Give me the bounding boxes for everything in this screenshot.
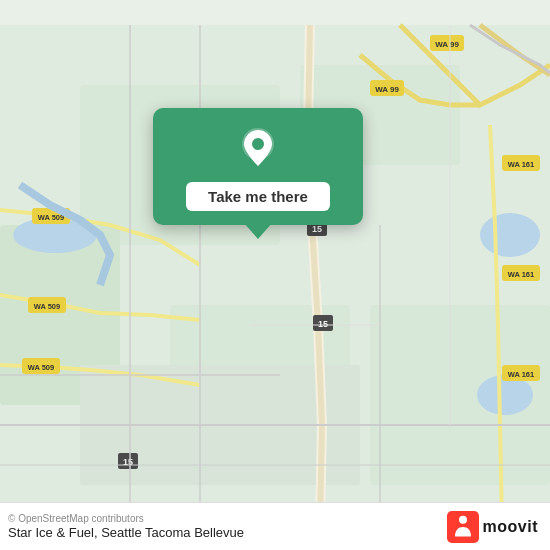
bottom-bar-info: © OpenStreetMap contributors Star Ice & … bbox=[8, 513, 244, 540]
svg-text:WA 161: WA 161 bbox=[508, 270, 534, 279]
moovit-logo[interactable]: moovit bbox=[447, 511, 538, 543]
svg-text:15: 15 bbox=[318, 319, 328, 329]
map-container: 15 15 15 WA 99 WA 99 WA 509 WA 509 WA 50… bbox=[0, 0, 550, 550]
svg-text:WA 161: WA 161 bbox=[508, 160, 534, 169]
bottom-bar: © OpenStreetMap contributors Star Ice & … bbox=[0, 502, 550, 550]
svg-text:WA 509: WA 509 bbox=[28, 363, 54, 372]
svg-point-44 bbox=[459, 515, 467, 523]
svg-text:WA 99: WA 99 bbox=[435, 40, 459, 49]
moovit-label: moovit bbox=[483, 518, 538, 536]
svg-text:WA 509: WA 509 bbox=[34, 302, 60, 311]
moovit-brand-icon bbox=[447, 511, 479, 543]
svg-text:WA 161: WA 161 bbox=[508, 370, 534, 379]
take-me-there-button[interactable]: Take me there bbox=[186, 182, 330, 211]
svg-text:WA 99: WA 99 bbox=[375, 85, 399, 94]
svg-text:15: 15 bbox=[312, 224, 322, 234]
svg-point-9 bbox=[480, 213, 540, 257]
popup-card: Take me there bbox=[153, 108, 363, 225]
map-background: 15 15 15 WA 99 WA 99 WA 509 WA 509 WA 50… bbox=[0, 0, 550, 550]
map-attribution: © OpenStreetMap contributors bbox=[8, 513, 244, 524]
map-pin-icon bbox=[236, 126, 280, 170]
svg-point-42 bbox=[252, 138, 264, 150]
location-name: Star Ice & Fuel, Seattle Tacoma Bellevue bbox=[8, 525, 244, 540]
